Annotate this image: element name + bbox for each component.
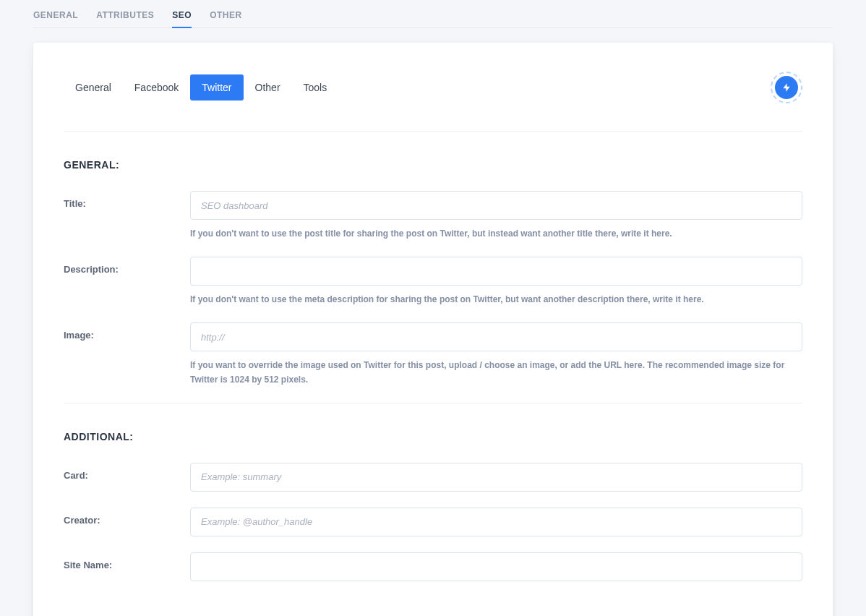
title-label: Title: xyxy=(64,191,190,241)
inner-tab-general[interactable]: General xyxy=(64,74,123,100)
bolt-button[interactable] xyxy=(771,72,802,103)
inner-tab-twitter[interactable]: Twitter xyxy=(190,74,243,100)
bolt-icon xyxy=(775,76,798,99)
top-tabs: GENERAL ATTRIBUTES SEO OTHER xyxy=(33,0,833,28)
tab-seo[interactable]: SEO xyxy=(172,10,199,27)
tab-other[interactable]: OTHER xyxy=(210,10,249,27)
inner-tab-other[interactable]: Other xyxy=(244,74,292,100)
image-label: Image: xyxy=(64,322,190,386)
card-input[interactable] xyxy=(190,463,802,492)
general-heading: GENERAL: xyxy=(64,159,802,171)
inner-tabs: General Facebook Twitter Other Tools xyxy=(64,74,338,100)
title-input[interactable] xyxy=(190,191,802,220)
creator-label: Creator: xyxy=(64,508,190,536)
image-help: If you want to override the image used o… xyxy=(190,359,802,386)
description-input[interactable] xyxy=(190,257,802,286)
sitename-input[interactable] xyxy=(190,552,802,581)
tab-attributes[interactable]: ATTRIBUTES xyxy=(96,10,161,27)
image-input[interactable] xyxy=(190,322,802,351)
description-label: Description: xyxy=(64,257,190,307)
sitename-label: Site Name: xyxy=(64,552,190,581)
title-help: If you don't want to use the post title … xyxy=(190,227,802,241)
inner-tab-facebook[interactable]: Facebook xyxy=(123,74,190,100)
inner-tab-tools[interactable]: Tools xyxy=(292,74,339,100)
description-help: If you don't want to use the meta descri… xyxy=(190,293,802,307)
additional-heading: ADDITIONAL: xyxy=(64,431,802,442)
seo-card: General Facebook Twitter Other Tools GEN… xyxy=(33,43,833,616)
tab-general[interactable]: GENERAL xyxy=(33,10,85,27)
creator-input[interactable] xyxy=(190,508,802,536)
card-label: Card: xyxy=(64,463,190,492)
section-divider xyxy=(64,403,802,403)
